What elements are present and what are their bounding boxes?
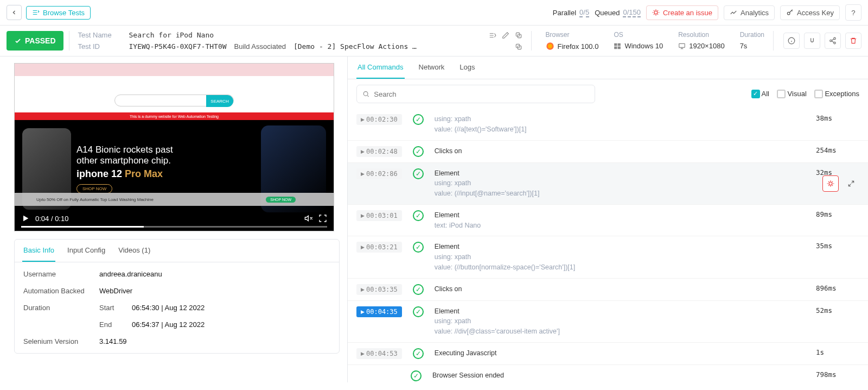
help-button[interactable]: ?: [845, 4, 861, 21]
analytics-icon: [730, 9, 737, 16]
command-text: Clicks on: [435, 146, 805, 156]
timestamp-badge[interactable]: ▶ 00:02:48: [356, 146, 402, 157]
main: SEARCH This is a dummy website for Web A…: [0, 56, 868, 382]
automation-value: WebDriver: [99, 287, 330, 295]
info-button[interactable]: [783, 33, 800, 49]
timestamp-badge[interactable]: ▶ 00:02:30: [356, 114, 402, 125]
copy-id-icon[interactable]: [515, 43, 522, 51]
shop-now-badge: SHOP NOW: [76, 184, 112, 193]
start-label: Start: [99, 304, 132, 312]
queued-stat: Queued 0/150: [595, 8, 641, 17]
username-label: Username: [23, 270, 99, 278]
duration-label: Duration: [740, 31, 764, 39]
video-player[interactable]: SEARCH This is a dummy website for Web A…: [14, 63, 334, 231]
test-id-actions: [515, 43, 522, 51]
command-row[interactable]: ▶ 00:04:53✓Executing Javascript1s: [348, 343, 868, 365]
tab-videos[interactable]: Videos (1): [117, 240, 151, 262]
command-text: Element using: xpath value: //div[@class…: [435, 306, 805, 337]
command-row[interactable]: ▶ 00:03:01✓Element text: iPod Nano89ms: [348, 205, 868, 237]
command-row[interactable]: ▶ 00:02:30✓using: xpath value: (//a[text…: [348, 109, 868, 141]
mock-hero-text: A14 Bionic rockets past other smartphone…: [76, 144, 256, 193]
banner-shop: SHOP NOW: [266, 197, 296, 203]
fullscreen-icon[interactable]: [318, 214, 327, 223]
play-icon[interactable]: [21, 214, 30, 223]
tab-network[interactable]: Network: [418, 56, 446, 79]
access-key-button[interactable]: Access Key: [780, 5, 840, 20]
row-expand-button[interactable]: [843, 175, 859, 192]
edit-icon[interactable]: [502, 32, 509, 39]
timestamp-badge[interactable]: ▶ 00:04:35: [356, 306, 402, 317]
tab-input-config[interactable]: Input Config: [66, 240, 106, 262]
command-list[interactable]: ▶ 00:02:30✓using: xpath value: (//a[text…: [348, 109, 868, 382]
tab-logs[interactable]: Logs: [458, 56, 476, 79]
queue-icon[interactable]: [489, 32, 496, 39]
end-label: End: [99, 320, 132, 329]
test-meta: Test Name Search for iPod Nano Test ID I…: [69, 31, 532, 51]
topbar-right: Parallel 0/5 Queued 0/150 Create an issu…: [553, 4, 861, 21]
mock-search-button: SEARCH: [206, 95, 233, 107]
hero-line1: A14 Bionic rockets past: [76, 144, 256, 155]
create-issue-button[interactable]: Create an issue: [646, 5, 718, 20]
status-text: PASSED: [25, 36, 56, 45]
copy-icon[interactable]: [515, 32, 522, 39]
row-bug-button[interactable]: [822, 175, 839, 192]
command-row[interactable]: ▶ 00:02:48✓Clicks on254ms: [348, 141, 868, 163]
filter-all[interactable]: All: [751, 90, 769, 99]
create-issue-label: Create an issue: [663, 9, 712, 17]
parallel-stat: Parallel 0/5: [553, 8, 589, 17]
timestamp-badge[interactable]: ▶ 00:03:01: [356, 210, 402, 221]
ecom-header-mock: SEARCH: [15, 89, 334, 112]
command-duration: 798ms: [816, 370, 859, 379]
delete-button[interactable]: [845, 33, 861, 49]
filter-all-label: All: [762, 90, 769, 98]
checkbox-visual[interactable]: [777, 90, 786, 98]
command-row[interactable]: ▶ 00:02:86✓Element using: xpath value: (…: [348, 163, 868, 205]
command-row[interactable]: ▶ 00:03:21✓Element using: xpath value: (…: [348, 236, 868, 278]
firefox-icon: [546, 42, 554, 51]
analytics-button[interactable]: Analytics: [724, 5, 775, 20]
filter-exceptions[interactable]: Exceptions: [814, 90, 859, 99]
info-icon: [788, 37, 795, 45]
command-row[interactable]: ▶ 00:03:35✓Clicks on896ms: [348, 279, 868, 301]
back-button[interactable]: [7, 5, 22, 20]
access-key-label: Access Key: [797, 9, 834, 17]
username-value: andreea.draniceanu: [99, 270, 330, 278]
command-search-input[interactable]: [374, 90, 589, 98]
browse-tests-button[interactable]: Browse Tests: [26, 6, 91, 20]
mute-icon[interactable]: [304, 214, 313, 223]
svg-rect-9: [618, 43, 621, 46]
video-time: 0:04 / 0:10: [35, 215, 68, 223]
checkbox-all[interactable]: [751, 90, 760, 98]
command-search[interactable]: [356, 85, 595, 103]
timestamp-badge[interactable]: ▶ 00:03:35: [356, 284, 402, 295]
timestamp-badge[interactable]: ▶ 00:04:53: [356, 348, 402, 359]
hero-line2: other smartphone chip.: [76, 155, 256, 166]
test-name-value: Search for iPod Nano: [129, 31, 214, 39]
status-pass-icon: ✓: [413, 306, 424, 317]
command-duration: 89ms: [816, 210, 859, 218]
row-actions: [822, 175, 859, 192]
right-column: All Commands Network Logs All Visual Exc…: [347, 56, 868, 382]
play-tri-icon: ▶: [361, 117, 365, 122]
command-text: Clicks on: [435, 284, 805, 294]
status-badge: PASSED: [7, 31, 63, 51]
command-row[interactable]: ✓Browser Session ended798ms: [348, 365, 868, 382]
windows-icon: [614, 42, 621, 50]
topbar: Browse Tests Parallel 0/5 Queued 0/150 C…: [0, 0, 868, 26]
timestamp-badge[interactable]: ▶ 00:02:86: [356, 168, 402, 179]
video-progress[interactable]: [21, 226, 327, 228]
command-text: Element text: iPod Nano: [435, 210, 805, 231]
tab-all-commands[interactable]: All Commands: [356, 56, 405, 79]
command-row[interactable]: ▶ 00:04:35✓Element using: xpath value: /…: [348, 301, 868, 343]
share-button[interactable]: [825, 33, 841, 49]
parallel-label: Parallel: [553, 9, 576, 17]
play-tri-icon: ▶: [361, 351, 365, 356]
status-pass-icon: ✓: [413, 210, 424, 221]
tab-basic-info[interactable]: Basic Info: [22, 240, 55, 262]
play-tri-icon: ▶: [361, 213, 365, 218]
timestamp-badge[interactable]: ▶ 00:03:21: [356, 242, 402, 253]
parallel-value: 0/5: [579, 8, 589, 17]
checkbox-exceptions[interactable]: [814, 90, 823, 98]
filter-visual[interactable]: Visual: [777, 90, 807, 99]
filter-button[interactable]: [804, 33, 820, 49]
